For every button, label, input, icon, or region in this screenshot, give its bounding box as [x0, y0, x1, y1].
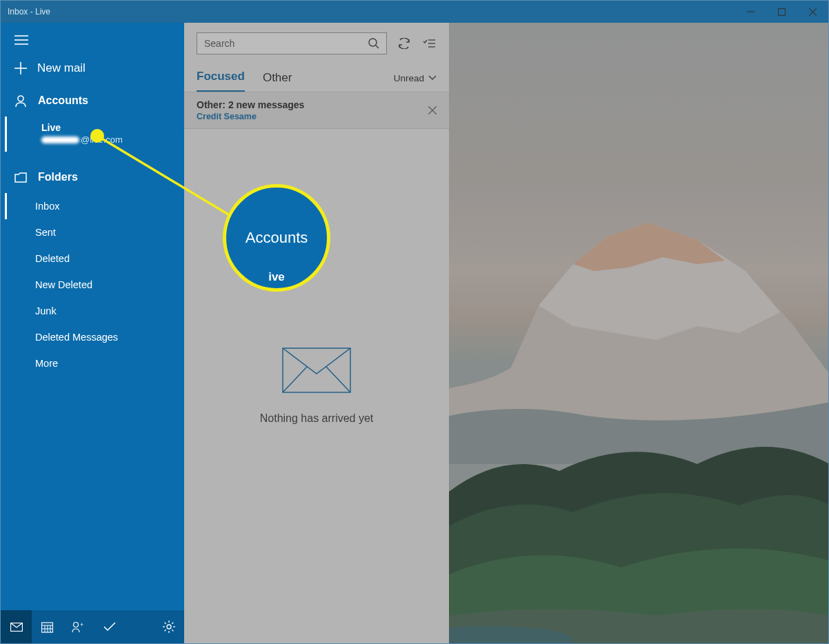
title-bar: Inbox - Live [1, 1, 828, 23]
people-app-icon[interactable]: + [63, 610, 94, 643]
search-placeholder: Search [204, 38, 234, 49]
svg-line-27 [164, 630, 166, 631]
plus-icon [14, 62, 27, 74]
accounts-label: Accounts [38, 94, 88, 107]
banner-title: Other: 2 new messages [197, 99, 304, 110]
folder-sent[interactable]: Sent [1, 219, 184, 245]
new-mail-label: New mail [37, 61, 86, 75]
tab-focused[interactable]: Focused [197, 64, 245, 92]
tab-other[interactable]: Other [263, 66, 292, 92]
reading-pane [449, 23, 828, 643]
annotation-circle: Accounts ive [223, 184, 330, 292]
person-icon [14, 94, 27, 107]
account-email: @live.com [41, 134, 184, 145]
background-forest [449, 368, 828, 643]
folder-more[interactable]: More [1, 350, 184, 376]
sidebar-bottom-bar: + [1, 610, 184, 643]
filter-dropdown[interactable]: Unread [394, 73, 437, 83]
folders-label: Folders [38, 171, 78, 183]
folder-new-deleted[interactable]: New Deleted [1, 272, 184, 298]
svg-point-17 [73, 623, 78, 627]
empty-text: Nothing has arrived yet [260, 412, 374, 425]
svg-line-25 [172, 630, 173, 631]
folder-deleted[interactable]: Deleted [1, 245, 184, 272]
todo-app-icon[interactable] [94, 610, 125, 643]
search-icon [368, 38, 379, 49]
window-title: Inbox - Live [8, 7, 50, 17]
svg-text:+: + [80, 621, 83, 628]
svg-line-29 [376, 46, 379, 48]
svg-rect-1 [779, 8, 786, 15]
settings-icon[interactable] [153, 610, 184, 643]
folder-inbox[interactable]: Inbox [5, 193, 184, 219]
svg-point-28 [369, 39, 377, 46]
svg-point-9 [18, 96, 23, 101]
sidebar: New mail Accounts Live @live.com Folders… [1, 23, 184, 643]
svg-point-19 [167, 625, 171, 629]
sync-button[interactable] [397, 38, 412, 49]
folder-icon [14, 172, 27, 183]
mail-app-icon[interactable] [1, 610, 32, 643]
window-controls [735, 1, 828, 23]
message-list-pane: Search Focused Other Unread Other: 2 new… [184, 23, 449, 643]
hamburger-button[interactable] [1, 23, 184, 52]
accounts-header[interactable]: Accounts [1, 85, 184, 117]
calendar-app-icon[interactable] [32, 610, 63, 643]
other-messages-banner[interactable]: Other: 2 new messages Credit Sesame [184, 92, 449, 129]
banner-subtitle: Credit Sesame [197, 112, 304, 121]
minimize-button[interactable] [735, 1, 766, 23]
svg-line-26 [172, 623, 173, 624]
close-icon[interactable] [428, 106, 437, 114]
svg-rect-35 [283, 348, 350, 392]
annotation-sub: ive [268, 270, 285, 284]
svg-line-24 [164, 623, 166, 624]
folder-junk[interactable]: Junk [1, 298, 184, 324]
search-input[interactable]: Search [197, 32, 387, 54]
chevron-down-icon [428, 75, 437, 81]
folder-deleted-messages[interactable]: Deleted Messages [1, 324, 184, 350]
maximize-button[interactable] [766, 1, 797, 23]
new-mail-button[interactable]: New mail [1, 52, 184, 85]
annotation-label: Accounts [246, 229, 308, 247]
envelope-icon [282, 348, 351, 393]
close-button[interactable] [797, 1, 828, 23]
annotation-dot [90, 129, 104, 143]
folders-header[interactable]: Folders [1, 161, 184, 193]
account-name: Live [41, 122, 184, 133]
select-mode-button[interactable] [421, 39, 437, 48]
